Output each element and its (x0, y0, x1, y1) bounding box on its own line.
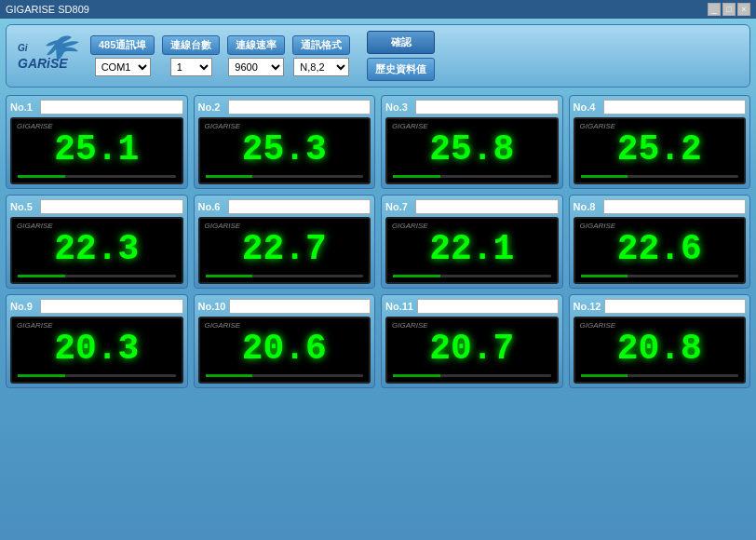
sensor-id-No.7: No.7 (385, 201, 412, 212)
sensor-display-No.3: GIGARISE 25.8 (385, 117, 559, 184)
title-bar: GIGARISE SD809 _ □ × (0, 0, 756, 19)
sensor-bar-No.10 (206, 374, 364, 377)
sensor-id-No.10: No.10 (198, 301, 226, 312)
history-button[interactable]: 歷史資料值 (367, 58, 435, 81)
sensor-unit-No.7: No.7 GIGARISE 22.1 (381, 195, 563, 289)
sensor-header-No.10: No.10 (198, 299, 371, 314)
sensor-id-No.11: No.11 (385, 301, 413, 312)
param-label-baud: 連線速率 (227, 35, 285, 55)
sensor-name-input-No.7[interactable] (415, 199, 559, 214)
sensor-bar-fill-No.8 (581, 275, 628, 277)
main-container: Gi GARiSE 485通訊埠 COM1COM2COM3 連線台數 12481… (0, 19, 756, 540)
sensor-value-No.10: 20.6 (206, 331, 364, 367)
sensor-bar-fill-No.1 (18, 175, 65, 178)
sensor-unit-No.9: No.9 GIGARISE 20.3 (6, 294, 188, 388)
sensor-id-No.1: No.1 (10, 101, 36, 113)
sensor-value-No.7: 22.1 (393, 232, 551, 267)
sensor-name-input-No.6[interactable] (228, 199, 371, 214)
sensor-grid: No.1 GIGARISE 25.1 No.2 GIGARISE 25.3 (6, 95, 750, 388)
sensor-header-No.6: No.6 (198, 199, 371, 214)
sensor-display-No.7: GIGARISE 22.1 (385, 217, 559, 284)
sensor-name-input-No.2[interactable] (228, 100, 371, 115)
sensor-bar-fill-No.3 (393, 175, 440, 178)
sensor-value-No.5: 22.3 (18, 232, 176, 267)
com-port-select[interactable]: COM1COM2COM3 (95, 58, 151, 76)
baud-rate-select[interactable]: 96001920038400 (228, 58, 284, 76)
sensor-bar-fill-No.11 (393, 374, 440, 377)
sensor-unit-No.10: No.10 GIGARISE 20.6 (194, 294, 376, 388)
sensor-id-No.3: No.3 (385, 101, 412, 113)
sensor-header-No.2: No.2 (198, 100, 371, 115)
sensor-id-No.6: No.6 (198, 201, 224, 212)
brand-label-No.11: GIGARISE (392, 321, 428, 330)
sensor-display-No.11: GIGARISE 20.7 (385, 317, 559, 384)
sensor-unit-No.11: No.11 GIGARISE 20.7 (381, 294, 563, 388)
sensor-value-No.1: 25.1 (18, 132, 176, 168)
param-device-count: 連線台數 124812 (162, 35, 220, 76)
sensor-row-2: No.5 GIGARISE 22.3 No.6 GIGARISE 22.7 (6, 195, 750, 289)
sensor-unit-No.12: No.12 GIGARISE 20.8 (569, 294, 751, 388)
sensor-header-No.5: No.5 (10, 199, 183, 214)
sensor-unit-No.4: No.4 GIGARISE 25.2 (569, 95, 751, 189)
sensor-header-No.3: No.3 (385, 100, 559, 115)
sensor-name-input-No.8[interactable] (603, 199, 747, 214)
sensor-name-input-No.5[interactable] (40, 199, 183, 214)
sensor-display-No.8: GIGARISE 22.6 (574, 217, 747, 284)
param-label-com: 485通訊埠 (90, 35, 155, 55)
sensor-unit-No.2: No.2 GIGARISE 25.3 (194, 95, 376, 189)
sensor-id-No.5: No.5 (10, 201, 36, 212)
maximize-button[interactable]: □ (722, 3, 736, 16)
sensor-id-No.2: No.2 (198, 101, 224, 113)
sensor-name-input-No.10[interactable] (229, 299, 371, 314)
close-button[interactable]: × (737, 3, 750, 16)
comm-format-select[interactable]: N,8,2N,8,1E,8,1 (293, 58, 349, 76)
param-label-count: 連線台數 (162, 35, 220, 55)
brand-label-No.7: GIGARISE (392, 222, 428, 230)
action-buttons: 確認 歷史資料值 (367, 31, 435, 81)
sensor-value-No.2: 25.3 (206, 132, 364, 168)
sensor-id-No.12: No.12 (574, 301, 601, 312)
sensor-header-No.11: No.11 (385, 299, 559, 314)
sensor-bar-No.9 (18, 374, 176, 377)
brand-label-No.4: GIGARISE (580, 122, 616, 130)
sensor-display-No.10: GIGARISE 20.6 (198, 317, 371, 384)
header-area: Gi GARiSE 485通訊埠 COM1COM2COM3 連線台數 12481… (6, 24, 750, 88)
sensor-name-input-No.9[interactable] (40, 299, 183, 314)
brand-label-No.9: GIGARISE (17, 321, 53, 330)
sensor-value-No.9: 20.3 (18, 331, 176, 367)
sensor-bar-No.6 (206, 275, 364, 277)
sensor-bar-No.1 (18, 175, 176, 178)
sensor-name-input-No.1[interactable] (40, 100, 183, 115)
window-title: GIGARISE SD809 (6, 4, 89, 15)
sensor-display-No.12: GIGARISE 20.8 (574, 317, 747, 384)
sensor-value-No.11: 20.7 (393, 331, 551, 367)
sensor-bar-fill-No.9 (18, 374, 65, 377)
sensor-display-No.1: GIGARISE 25.1 (10, 117, 183, 184)
brand-label-No.3: GIGARISE (392, 122, 428, 130)
brand-label-No.12: GIGARISE (580, 321, 616, 330)
sensor-header-No.1: No.1 (10, 100, 183, 115)
sensor-name-input-No.12[interactable] (604, 299, 746, 314)
brand-label-No.2: GIGARISE (205, 122, 241, 130)
brand-label-No.5: GIGARISE (17, 222, 53, 230)
sensor-unit-No.6: No.6 GIGARISE 22.7 (194, 195, 376, 289)
sensor-id-No.4: No.4 (574, 101, 600, 113)
svg-text:GARiSE: GARiSE (18, 56, 68, 71)
brand-label-No.6: GIGARISE (205, 222, 241, 230)
sensor-name-input-No.4[interactable] (603, 100, 747, 115)
sensor-id-No.8: No.8 (574, 201, 600, 212)
sensor-display-No.9: GIGARISE 20.3 (10, 317, 183, 384)
minimize-button[interactable]: _ (708, 3, 721, 16)
sensor-name-input-No.11[interactable] (417, 299, 559, 314)
sensor-bar-fill-No.5 (18, 275, 65, 277)
sensor-value-No.8: 22.6 (581, 232, 739, 267)
sensor-bar-No.5 (18, 275, 176, 277)
confirm-button[interactable]: 確認 (367, 31, 435, 54)
sensor-bar-No.8 (581, 275, 739, 277)
sensor-bar-fill-No.12 (581, 374, 628, 377)
sensor-row-3: No.9 GIGARISE 20.3 No.10 GIGARISE 20.6 (6, 294, 750, 388)
sensor-header-No.8: No.8 (574, 199, 747, 214)
sensor-name-input-No.3[interactable] (415, 100, 559, 115)
device-count-select[interactable]: 124812 (170, 58, 212, 76)
window-controls: _ □ × (708, 3, 750, 16)
